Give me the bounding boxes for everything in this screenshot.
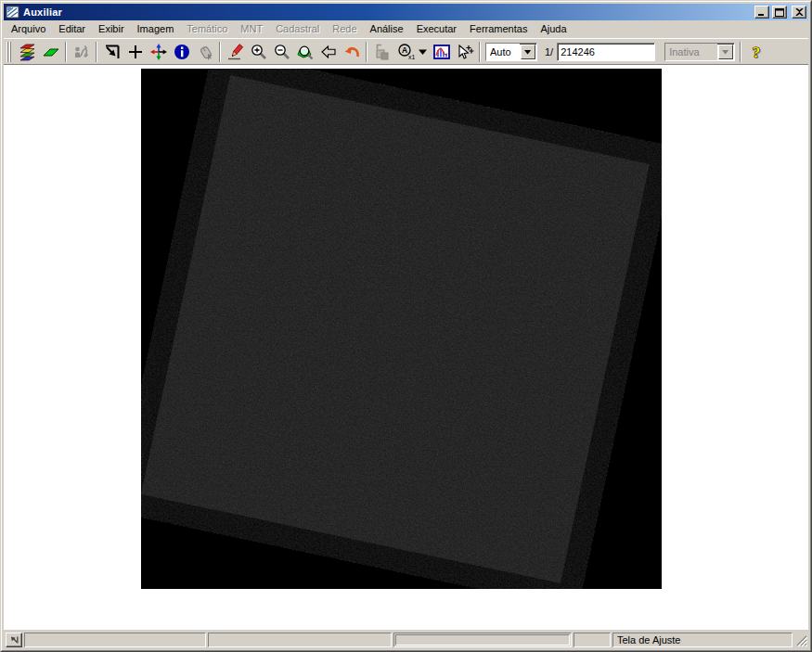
draw-button[interactable] — [100, 41, 123, 63]
window-frame: Auxiliar Arquivo Editar Ex — [1, 1, 811, 651]
maximize-button[interactable] — [772, 6, 787, 19]
svg-text:x1: x1 — [408, 53, 415, 59]
status-bar: Tela de Ajuste — [4, 629, 808, 648]
undo-zoom-icon — [342, 43, 361, 61]
menu-rede: Rede — [326, 21, 363, 37]
scale-prefix-label: 1/ — [539, 46, 557, 58]
zoom-out-icon — [273, 43, 291, 61]
window-auxiliar: Auxiliar Arquivo Editar Ex — [0, 0, 812, 652]
zoom-in-icon — [250, 43, 268, 61]
zoom-out-button[interactable] — [270, 41, 293, 63]
control-panel-layers-icon — [19, 43, 37, 61]
menu-cadastral: Cadastral — [269, 21, 326, 37]
toolbar-separator — [96, 42, 97, 62]
image-canvas[interactable] — [141, 69, 662, 589]
corner-arrow-icon — [8, 634, 19, 646]
zoom-1x-button[interactable]: A x1 — [393, 41, 417, 63]
minimize-icon — [757, 8, 767, 17]
plane-state-combo-drop — [718, 45, 733, 59]
zoom-area-icon — [296, 43, 315, 61]
contrast-button[interactable] — [430, 41, 453, 63]
minimize-button[interactable] — [754, 6, 769, 19]
menu-tematico: Temático — [180, 21, 234, 37]
acquire-points-icon — [456, 43, 474, 61]
dropdown-arrow-icon — [524, 48, 532, 56]
toolbar-gripper[interactable] — [6, 42, 13, 62]
window-title: Auxiliar — [23, 6, 752, 18]
info-button[interactable] — [170, 41, 193, 63]
recompose-icon — [373, 43, 392, 61]
satellite-image — [141, 69, 662, 589]
zoom-area-button[interactable] — [293, 41, 316, 63]
edit-pencil-button[interactable] — [224, 41, 247, 63]
menu-editar[interactable]: Editar — [52, 21, 92, 37]
toolbar-separator — [219, 42, 221, 62]
client-area — [4, 65, 808, 629]
dropdown-arrow-icon — [722, 48, 729, 56]
menu-analise[interactable]: Análise — [364, 21, 410, 37]
plane-state-combo-value: Inativa — [665, 44, 717, 60]
acquire-points-button[interactable] — [453, 41, 476, 63]
title-bar[interactable]: Auxiliar — [4, 4, 808, 20]
draw-icon — [103, 43, 122, 61]
menu-ajuda[interactable]: Ajuda — [534, 21, 573, 37]
zoom-mode-dropdown-button[interactable] — [417, 41, 430, 63]
edit-pencil-icon — [226, 43, 245, 61]
scale-input[interactable] — [557, 43, 655, 61]
maximize-icon — [775, 8, 784, 17]
mouse-info-button — [193, 41, 216, 63]
menu-executar[interactable]: Executar — [410, 21, 463, 37]
help-icon: ? ? — [747, 43, 766, 61]
scale-lock-button[interactable] — [6, 633, 22, 647]
menu-bar: Arquivo Editar Exibir Imagem Temático MN… — [4, 20, 808, 38]
status-panel-message: Tela de Ajuste — [612, 633, 793, 647]
close-button[interactable] — [792, 6, 806, 19]
tool-bar: A x1 — [4, 38, 808, 65]
image-window-icon — [6, 5, 20, 19]
crosshair-button[interactable] — [123, 41, 147, 63]
control-panel-button[interactable] — [16, 41, 39, 63]
dropdown-arrow-icon — [419, 47, 428, 57]
previous-zoom-button[interactable] — [316, 41, 340, 63]
plane-state-combo: Inativa — [664, 43, 735, 61]
status-panel-info — [208, 633, 392, 647]
zoom-1x-icon: A x1 — [396, 43, 415, 61]
mouse-info-icon — [196, 43, 214, 61]
menu-ferramentas[interactable]: Ferramentas — [463, 21, 534, 37]
pan-icon — [149, 43, 168, 61]
menu-imagem[interactable]: Imagem — [131, 21, 181, 37]
svg-text:A: A — [401, 45, 406, 55]
recompose-button — [370, 41, 393, 63]
progress-well — [395, 634, 570, 646]
info-icon — [173, 43, 191, 61]
svg-text:?: ? — [752, 43, 760, 60]
previous-zoom-icon — [319, 43, 338, 61]
edit-hand-icon — [72, 43, 91, 61]
status-panel-progress — [393, 633, 572, 647]
menu-exibir[interactable]: Exibir — [92, 21, 131, 37]
zoom-in-button[interactable] — [247, 41, 270, 63]
undo-zoom-button[interactable] — [340, 41, 363, 63]
toolbar-separator — [65, 42, 67, 62]
status-panel-coords — [24, 633, 206, 647]
contrast-histogram-icon — [432, 43, 451, 61]
zoom-scale-combo[interactable]: Auto — [485, 43, 537, 61]
pan-button[interactable] — [147, 41, 170, 63]
resize-grip[interactable] — [794, 633, 807, 647]
edit-hand-button — [70, 41, 93, 63]
status-panel-small — [574, 633, 611, 647]
close-icon — [795, 8, 804, 16]
toolbar-separator — [366, 42, 367, 62]
toolbar-separator — [740, 42, 741, 62]
menu-arquivo[interactable]: Arquivo — [5, 21, 52, 37]
help-button[interactable]: ? ? — [744, 41, 767, 63]
zoom-scale-combo-value: Auto — [486, 44, 520, 60]
active-plane-button[interactable] — [39, 41, 62, 63]
menu-mnt: MNT — [234, 21, 269, 37]
toolbar-separator — [479, 42, 481, 62]
crosshair-icon — [126, 43, 145, 61]
active-plane-icon — [42, 43, 60, 61]
zoom-scale-combo-drop[interactable] — [521, 45, 535, 59]
